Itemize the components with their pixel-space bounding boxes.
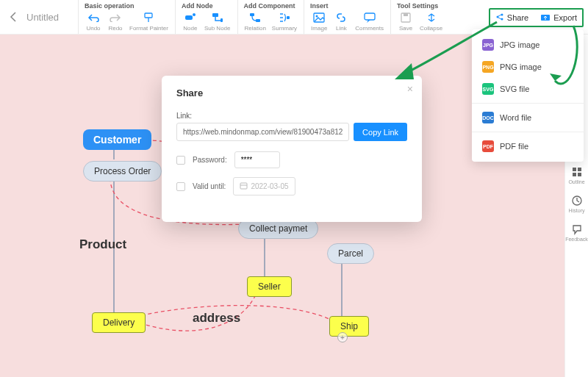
- copy-link-button[interactable]: Copy Link: [354, 123, 407, 141]
- share-link-input[interactable]: [176, 123, 349, 141]
- jpg-file-icon: JPG: [482, 39, 494, 51]
- svg-point-2: [193, 13, 196, 16]
- rail-history[interactable]: History: [569, 195, 585, 213]
- share-icon: [495, 12, 504, 23]
- calendar-icon: [240, 182, 248, 191]
- redo-button[interactable]: Redo: [105, 10, 126, 32]
- svg-rect-5: [250, 13, 254, 16]
- subnode-icon: [211, 11, 223, 24]
- svg-rect-26: [573, 173, 576, 176]
- export-icon: [540, 12, 551, 23]
- word-file-icon: DOC: [482, 112, 494, 123]
- link-icon: [335, 11, 348, 24]
- rail-feedback[interactable]: Feedback: [565, 223, 588, 242]
- undo-button[interactable]: Undo: [83, 10, 104, 32]
- dialog-title: Share: [176, 87, 407, 98]
- redo-icon: [110, 11, 122, 24]
- svg-rect-29: [240, 183, 247, 189]
- paintbrush-icon: [143, 11, 155, 24]
- summary-button[interactable]: Summary: [270, 10, 299, 32]
- export-png[interactable]: PNG PNG image: [472, 56, 584, 78]
- feedback-icon: [571, 223, 583, 235]
- label-product[interactable]: Product: [79, 237, 126, 252]
- insert-image-button[interactable]: Image: [309, 10, 329, 32]
- toolbar-group-addnode: Add Node Node Sub Node: [175, 0, 237, 34]
- svg-rect-7: [287, 16, 290, 19]
- label-address[interactable]: address: [193, 311, 240, 326]
- relation-icon: [249, 11, 262, 24]
- svg-rect-10: [365, 13, 375, 20]
- password-input[interactable]: [234, 151, 280, 168]
- collapse-button[interactable]: Collapse: [417, 10, 445, 32]
- export-menu: JPG JPG image PNG PNG image SVG SVG file…: [472, 29, 584, 162]
- node-customer[interactable]: Customer: [83, 129, 151, 150]
- svg-file-icon: SVG: [482, 83, 494, 95]
- svg-rect-4: [220, 18, 223, 22]
- valid-until-label: Valid until:: [193, 182, 226, 190]
- valid-until-input[interactable]: 2022-03-05: [233, 177, 295, 195]
- password-checkbox[interactable]: [176, 156, 185, 165]
- comments-icon: [363, 11, 376, 24]
- svg-rect-12: [404, 13, 408, 16]
- summary-icon: [278, 11, 290, 24]
- outline-icon: [571, 166, 583, 178]
- insert-comments-button[interactable]: Comments: [353, 10, 386, 32]
- add-node-button[interactable]: Node: [180, 10, 201, 32]
- svg-rect-0: [145, 13, 152, 18]
- password-label: Password:: [193, 156, 227, 164]
- svg-rect-25: [578, 168, 581, 171]
- png-file-icon: PNG: [482, 61, 494, 73]
- toolbar-group-component: Add Component Relation Summary: [237, 0, 304, 34]
- save-button[interactable]: Save: [395, 10, 416, 32]
- node-icon: [184, 11, 196, 24]
- clock-icon: [571, 195, 583, 207]
- toolbar-group-insert: Insert Image Link Comments: [304, 0, 390, 34]
- valid-until-checkbox[interactable]: [176, 182, 185, 191]
- export-word[interactable]: DOC Word file: [472, 107, 584, 129]
- pdf-file-icon: PDF: [482, 140, 494, 152]
- toolbar-group-basic: Basic operation Undo Redo Format Painter: [78, 0, 175, 34]
- node-parcel[interactable]: Parcel: [327, 243, 374, 264]
- node-seller[interactable]: Seller: [247, 276, 292, 297]
- export-pdf[interactable]: PDF PDF file: [472, 135, 584, 157]
- svg-point-9: [316, 15, 318, 17]
- toolbar-group-tools: Tool Settings Save Collapse: [390, 0, 449, 34]
- close-icon: ×: [407, 83, 413, 95]
- node-delivery[interactable]: Delivery: [92, 312, 146, 333]
- add-subnode-button[interactable]: Sub Node: [202, 10, 233, 32]
- share-export-highlight: Share Export: [489, 8, 584, 27]
- image-icon: [313, 11, 326, 24]
- collapse-icon: [425, 11, 437, 24]
- undo-icon: [87, 11, 100, 24]
- svg-rect-27: [578, 173, 581, 176]
- node-ship[interactable]: Ship: [329, 316, 369, 337]
- svg-rect-3: [212, 13, 218, 17]
- share-button[interactable]: Share: [491, 10, 533, 25]
- svg-rect-24: [573, 168, 576, 171]
- dialog-close-button[interactable]: ×: [407, 83, 413, 95]
- svg-rect-1: [185, 15, 193, 20]
- format-painter-button[interactable]: Format Painter: [127, 10, 171, 32]
- insert-link-button[interactable]: Link: [331, 10, 351, 32]
- save-icon: [400, 11, 412, 24]
- link-label: Link:: [176, 112, 407, 120]
- export-svg[interactable]: SVG SVG file: [472, 78, 584, 100]
- node-process-order[interactable]: Process Order: [83, 161, 162, 182]
- export-jpg[interactable]: JPG JPG image: [472, 34, 584, 56]
- relation-button[interactable]: Relation: [243, 10, 268, 32]
- rail-outline[interactable]: Outline: [568, 166, 584, 184]
- svg-rect-6: [256, 19, 260, 22]
- document-title[interactable]: Untitled: [26, 0, 78, 34]
- add-child-handle[interactable]: +: [337, 332, 348, 342]
- share-dialog: × Share Link: Copy Link Password: Valid …: [162, 76, 422, 222]
- export-button[interactable]: Export: [536, 10, 581, 25]
- back-button[interactable]: [0, 0, 26, 34]
